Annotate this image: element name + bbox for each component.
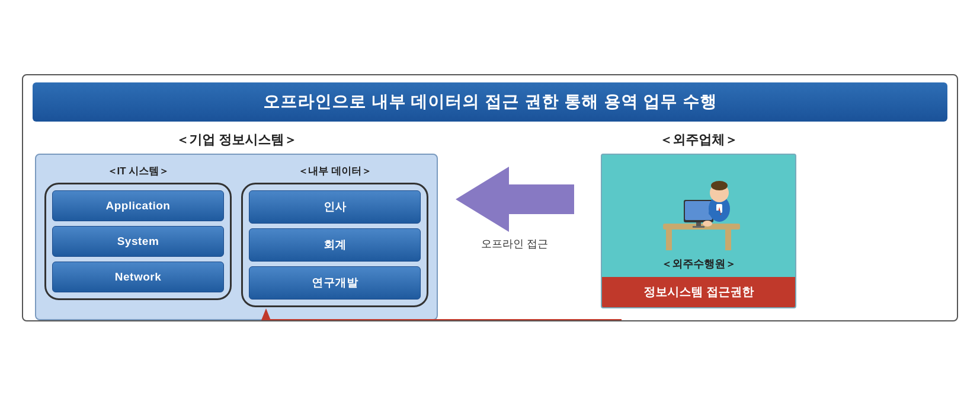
outsource-section: ＜외주업체＞ [592, 131, 805, 308]
header-title: 오프라인으로 내부 데이터의 접근 권한 통해 용역 업무 수행 [263, 93, 717, 111]
svg-point-14 [703, 221, 712, 227]
application-btn: Application [52, 190, 224, 221]
svg-rect-6 [696, 222, 701, 226]
outsource-image-area: ＜외주수행원＞ [602, 155, 795, 277]
company-inner-box: ＜IT 시스템＞ Application System Network ＜내부 … [35, 154, 438, 320]
rd-btn: 연구개발 [249, 266, 421, 300]
header-banner: 오프라인으로 내부 데이터의 접근 권한 통해 용역 업무 수행 [33, 82, 947, 122]
svg-rect-13 [709, 211, 720, 215]
internal-data-label: ＜내부 데이터＞ [298, 164, 371, 178]
svg-point-10 [711, 181, 728, 190]
hr-btn: 인사 [249, 190, 421, 224]
outer-frame: 오프라인으로 내부 데이터의 접근 권한 통해 용역 업무 수행 ＜기업 정보시… [22, 74, 958, 321]
system-btn: System [52, 226, 224, 257]
svg-marker-16 [260, 308, 272, 321]
person-label: ＜외주수행원＞ [661, 257, 736, 271]
access-rights-label: 정보시스템 접근권한 [602, 277, 795, 307]
outsource-section-label: ＜외주업체＞ [659, 131, 738, 149]
network-btn: Network [52, 262, 224, 292]
it-system-rounded-box: Application System Network [44, 183, 232, 300]
svg-rect-2 [666, 230, 672, 250]
red-connector-arrow [260, 302, 627, 321]
arrow-section: 오프라인 접근 [438, 167, 592, 251]
svg-rect-5 [685, 201, 712, 220]
person-desk-icon [651, 164, 746, 253]
internal-data-box: ＜내부 데이터＞ 인사 회계 연구개발 [241, 164, 428, 307]
internal-data-rounded-box: 인사 회계 연구개발 [241, 183, 428, 307]
it-system-box: ＜IT 시스템＞ Application System Network [44, 164, 232, 307]
purple-left-arrow [456, 167, 574, 232]
svg-rect-3 [725, 230, 731, 250]
company-section: ＜기업 정보시스템＞ ＜IT 시스템＞ Application System N… [35, 131, 438, 320]
accounting-btn: 회계 [249, 228, 421, 262]
offline-label: 오프라인 접근 [481, 237, 548, 251]
company-section-label: ＜기업 정보시스템＞ [35, 131, 438, 149]
outsource-box: ＜외주수행원＞ 정보시스템 접근권한 [601, 154, 796, 308]
svg-rect-7 [693, 226, 704, 228]
main-content: ＜기업 정보시스템＞ ＜IT 시스템＞ Application System N… [23, 122, 957, 321]
it-system-label: ＜IT 시스템＞ [107, 164, 169, 178]
svg-marker-0 [456, 167, 574, 232]
